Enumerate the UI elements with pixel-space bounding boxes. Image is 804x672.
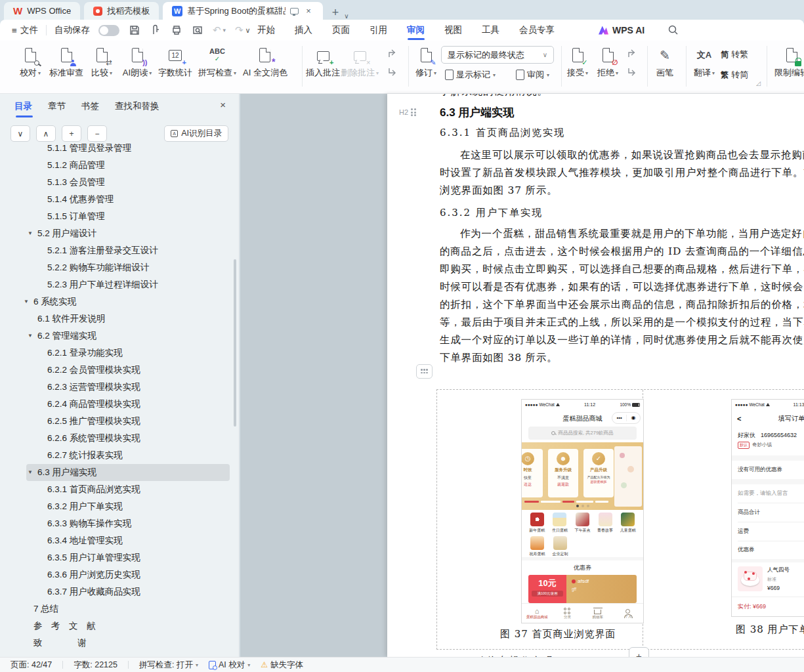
toc-item[interactable]: 6.2.7 统计报表实现 — [0, 447, 232, 464]
toc-item[interactable]: 5.1.3 会员管理 — [0, 174, 232, 191]
toc-item[interactable]: 6.1 软件开发说明 — [0, 310, 232, 327]
toc-item[interactable]: 6.3.4 地址管理实现 — [0, 532, 232, 549]
doc-text-line[interactable]: 的折扣，这个下单界面当中还会展示出商品的信息，商品扣除折扣后的价格，场 — [440, 296, 804, 314]
toc-item[interactable]: 6.2.2 会员管理模块实现 — [0, 362, 232, 379]
autosave-toggle[interactable] — [98, 25, 119, 36]
toc-item[interactable]: 7 总结 — [0, 600, 232, 618]
toc-item[interactable]: 6.3.6 用户浏览历史实现 — [0, 566, 232, 583]
accept-button[interactable]: ✓ 接受▾ — [567, 46, 588, 79]
tab-wps-office[interactable]: W WPS Office — [4, 2, 80, 20]
figure-table[interactable]: ●●●●● WeChat 11:12 100% 蛋糕甜品商城 •••◉ 商品品搜… — [436, 389, 804, 650]
toc-item[interactable]: 6.2.6 系统管理模块实现 — [0, 430, 232, 447]
file-menu-button[interactable]: ≡ 文件 — [12, 24, 38, 36]
toc-item[interactable]: 6.2.5 推广管理模块实现 — [0, 413, 232, 430]
undo-icon[interactable]: ↶ — [213, 24, 221, 36]
previous-comment-icon[interactable] — [387, 49, 398, 60]
close-tab-icon[interactable]: × — [303, 6, 314, 16]
tab-toc[interactable]: 目录 — [14, 100, 32, 117]
word-count-button[interactable]: 12+ 字数统计 — [158, 46, 192, 79]
to-traditional-button[interactable]: 简 转繁 — [721, 49, 748, 60]
redo-icon[interactable]: ↷ — [235, 24, 243, 36]
doc-heading-6-3-2[interactable]: 6.3.2 用户下单实现 — [440, 207, 543, 219]
toc-item[interactable]: 5.2.3 用户下单过程详细设计 — [0, 276, 232, 293]
doc-text-line[interactable]: 等，最后由于项目并未正式的上线，所以采用的是一个模拟支付的过程，当下单 — [440, 314, 804, 331]
toc-item[interactable]: 6.3.2 用户下单实现 — [0, 498, 232, 515]
to-simplified-button[interactable]: 繁 转简 — [721, 69, 748, 81]
sidebar-scrollbar[interactable] — [234, 259, 236, 427]
new-tab-button[interactable]: + — [329, 6, 342, 20]
tab-member[interactable]: 会员专享 — [519, 20, 555, 41]
delete-comment-button[interactable]: × 删除批注▾ — [341, 46, 379, 79]
doc-text-line[interactable]: 了解系统的使用情况。 — [440, 94, 548, 98]
toc-item[interactable]: 参 考 文 献 — [0, 618, 232, 635]
collapse-triangle-icon[interactable]: ▼ — [28, 225, 37, 242]
print-preview-button[interactable] — [192, 24, 203, 36]
toc-item[interactable]: 5.1.1 管理员登录管理 — [0, 140, 232, 157]
collapse-triangle-icon[interactable]: ▼ — [28, 464, 37, 481]
toc-item[interactable]: ▼6.2 管理端实现 — [0, 327, 232, 345]
quickbar-caret-icon[interactable]: ∨ — [245, 26, 251, 35]
restrict-editing-button[interactable]: 限制编辑 — [774, 46, 804, 79]
figure-37-image[interactable]: ●●●●● WeChat 11:12 100% 蛋糕甜品商城 •••◉ 商品品搜… — [521, 399, 644, 623]
word-count-indicator[interactable]: 字数: 22125 — [74, 660, 117, 671]
undo-caret-icon[interactable]: ▾ — [222, 27, 226, 33]
tab-review[interactable]: 审阅 — [407, 20, 425, 41]
tab-view[interactable]: 视图 — [444, 20, 462, 41]
spell-check-button[interactable]: ABC✓ 拼写检查▾ — [198, 46, 236, 79]
collapse-triangle-icon[interactable]: ▼ — [28, 327, 37, 345]
doc-text-line[interactable]: 作为一个蛋糕，甜品销售系统最重要就是用户的下单功能，当用户选定好自 — [440, 225, 804, 243]
drag-dots-icon[interactable] — [411, 108, 416, 116]
toc-item[interactable]: 致 谢 — [0, 635, 232, 652]
ai-proofread-status[interactable]: AI 校对▾ — [209, 660, 250, 671]
heading-level-badge[interactable]: H2 — [399, 108, 416, 116]
doc-paragraph[interactable]: 作为一个蛋糕，甜品销售系统最重要就是用户的下单功能，当用户选定好自 的商品之后，… — [440, 225, 804, 367]
toc-item[interactable]: 5.2.2 购物车功能详细设计 — [0, 259, 232, 276]
save-button[interactable] — [129, 24, 140, 36]
previous-change-icon[interactable] — [627, 49, 637, 60]
tab-tools[interactable]: 工具 — [482, 20, 499, 41]
markup-state-dropdown[interactable]: 显示标记的最终状态 ∨ — [441, 46, 554, 64]
close-sidebar-icon[interactable]: × — [220, 99, 226, 110]
doc-paragraph[interactable]: 在这里可以展示可以领取的优惠券，如果说设置抢购商品也会去显示抢购商 时设置了新品… — [440, 146, 804, 200]
toc-item-selected[interactable]: ▼6.3 用户端实现 — [26, 464, 230, 481]
doc-text-line[interactable]: 生成一个对应的订单以及一些订单的详情，同时优惠券使用之后就不能再次使用 — [440, 331, 804, 349]
tab-references[interactable]: 引用 — [370, 20, 387, 41]
export-pdf-button[interactable] — [150, 24, 161, 36]
document-page[interactable]: 了解系统的使用情况。 H2 6.3 用户端实现 6.3.1 首页商品浏览实现 在… — [387, 94, 804, 657]
spell-check-status[interactable]: 拼写检查: 打开▾ — [139, 660, 198, 671]
doc-text-line[interactable]: 在这里可以展示可以领取的优惠券，如果说设置抢购商品也会去显示抢购商 — [440, 146, 804, 164]
track-changes-button[interactable]: ✎ 修订▾ — [415, 46, 436, 79]
table-drag-handle[interactable] — [416, 364, 433, 379]
print-button[interactable] — [171, 24, 182, 36]
doc-text-line[interactable]: 的商品之后，点击进去，这个时候会根据用户的 ID 去查询商品的一个详细信息， — [440, 243, 804, 261]
missing-font-warning[interactable]: ⚠ 缺失字体 — [261, 660, 303, 671]
tab-insert[interactable]: 插入 — [295, 20, 312, 41]
proofread-button[interactable]: 校对▾ — [20, 46, 41, 79]
dialog-launcher-icon[interactable]: ◿ — [756, 80, 761, 87]
show-markup-button[interactable]: 显示标记 ▾ — [445, 69, 496, 81]
toc-item[interactable]: 5.1.2 商品管理 — [0, 157, 232, 174]
toc-item[interactable]: ▼5.2 用户端设计 — [0, 225, 232, 242]
reject-button[interactable]: ∅ 拒绝▾ — [597, 46, 618, 79]
tab-chapters[interactable]: 章节 — [48, 100, 66, 117]
compare-button[interactable]: ⇄ 比较▾ — [91, 46, 112, 79]
doc-text-line[interactable]: 时设置了新品首发模块跟人气推荐模块，更加吸引用户对整个商品进行下单。首 — [440, 164, 804, 182]
insert-comment-button[interactable]: + 插入批注 — [306, 46, 340, 79]
ai-polish-button[interactable]: * AI 全文润色 — [243, 46, 287, 79]
doc-text-line[interactable]: 下单界面如图 38 所示。 — [440, 349, 804, 367]
tab-home[interactable]: 开始 — [257, 20, 275, 41]
page-indicator[interactable]: 页面: 42/47 — [11, 660, 52, 671]
tab-find-replace[interactable]: 查找和替换 — [115, 100, 159, 117]
toc-item[interactable]: 6.2.3 运营管理模块实现 — [0, 379, 232, 396]
tab-bookmarks[interactable]: 书签 — [81, 100, 99, 117]
doc-heading-6-3[interactable]: 6.3 用户端实现 — [440, 105, 514, 120]
standard-review-button[interactable]: 标准审查 — [49, 46, 83, 79]
toc-item[interactable]: 6.3.5 用户订单管理实现 — [0, 549, 232, 566]
toc-item[interactable]: 6.3.7 用户收藏商品实现 — [0, 583, 232, 600]
ai-read-aloud-button[interactable]: )) AI朗读▾ — [123, 46, 152, 79]
tab-document[interactable]: W 基于Spring Boot的蛋糕甜品销 × — [163, 2, 323, 20]
tab-docer-templates[interactable]: 找稻壳模板 — [84, 2, 159, 20]
figure-38-image[interactable]: ●●●●● WeChat 11:13 100% < 填写订单 •••◉ 好家伙1… — [731, 399, 804, 617]
insert-page-button[interactable]: + — [629, 647, 649, 657]
doc-text-line[interactable]: 即购买，时候点击立即购买，可以选择自己想要的商品规格，然后进行下单，在 — [440, 261, 804, 278]
